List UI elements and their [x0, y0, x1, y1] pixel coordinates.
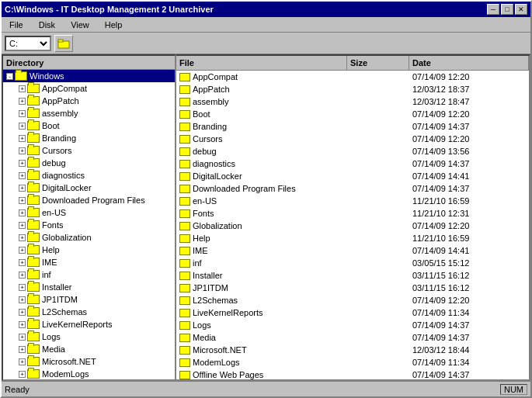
tree-expand-icon[interactable]: + [19, 172, 26, 179]
tree-item[interactable]: +DigitalLocker [3, 182, 175, 194]
file-item[interactable]: LiveKernelReports07/14/09 11:34 [176, 306, 529, 319]
tree-item[interactable]: +Help [3, 244, 175, 256]
tree-expand-icon[interactable]: + [19, 98, 26, 105]
tree-expand-icon[interactable]: + [19, 321, 26, 328]
file-item[interactable]: Boot07/14/09 12:20 [176, 108, 529, 120]
file-date: 12/03/12 18:44 [409, 345, 529, 355]
menu-file[interactable]: File [5, 19, 28, 31]
tree-expand-icon[interactable]: + [19, 197, 26, 204]
file-item[interactable]: L2Schemas07/14/09 12:20 [176, 294, 529, 306]
tree-expand-icon[interactable]: + [19, 284, 26, 291]
file-item[interactable]: debug07/14/09 13:56 [176, 145, 529, 157]
tree-item-label: IME [42, 258, 57, 267]
maximize-button[interactable]: □ [501, 4, 513, 15]
file-item[interactable]: JP1ITDM03/11/15 16:12 [176, 282, 529, 294]
tree-expand-icon[interactable]: + [19, 371, 26, 378]
file-item[interactable]: AppPatch12/03/12 18:37 [176, 83, 529, 95]
browse-button[interactable] [54, 35, 73, 52]
tree-expand-icon[interactable]: + [19, 358, 26, 365]
tree-item[interactable]: +ModemLogs [3, 368, 175, 379]
tree-item[interactable]: +assembly [3, 107, 175, 119]
col-header-size: Size [347, 56, 409, 70]
file-item[interactable]: DigitalLocker07/14/09 14:41 [176, 170, 529, 182]
tree-item[interactable]: +LiveKernelReports [3, 318, 175, 331]
file-date: 03/11/15 16:12 [409, 271, 529, 280]
file-name: Logs [176, 320, 347, 330]
tree-item[interactable]: -Windows [3, 70, 175, 82]
minimize-button[interactable]: ─ [487, 4, 499, 15]
file-panel: File Size Date AppCompat07/14/09 12:20Ap… [176, 54, 530, 381]
tree-item[interactable]: +Fonts [3, 219, 175, 231]
folder-icon [27, 220, 40, 230]
drive-select[interactable]: C: D: E: [5, 36, 51, 51]
file-item[interactable]: inf03/05/15 15:12 [176, 257, 529, 269]
menu-help[interactable]: Help [100, 19, 127, 31]
tree-expand-icon[interactable]: + [19, 334, 26, 341]
tree-expand-icon[interactable]: + [19, 135, 26, 142]
tree-expand-icon[interactable]: + [19, 222, 26, 229]
file-item[interactable]: Media07/14/09 14:37 [176, 331, 529, 344]
tree-expand-icon[interactable]: + [19, 346, 26, 353]
folder-icon [27, 369, 40, 379]
tree-item[interactable]: +inf [3, 268, 175, 281]
tree-item[interactable]: +AppCompat [3, 82, 175, 95]
tree-expand-icon[interactable]: + [19, 123, 26, 130]
tree-item-label: Media [42, 344, 65, 354]
tree-item[interactable]: +Downloaded Program Files [3, 194, 175, 206]
tree-item[interactable]: +IME [3, 256, 175, 268]
file-item[interactable]: Downloaded Program Files07/14/09 14:37 [176, 182, 529, 195]
menu-view[interactable]: View [66, 19, 94, 31]
tree-expand-icon[interactable]: - [6, 73, 13, 80]
tree-item[interactable]: +debug [3, 157, 175, 169]
tree-expand-icon[interactable]: + [19, 296, 26, 303]
tree-expand-icon[interactable]: + [19, 160, 26, 167]
file-item[interactable]: diagnostics07/14/09 14:37 [176, 157, 529, 170]
file-item[interactable]: Help11/21/10 16:59 [176, 232, 529, 244]
title-bar-buttons: ─ □ ✕ [487, 4, 527, 15]
tree-item[interactable]: +Media [3, 343, 175, 355]
tree-item[interactable]: +AppPatch [3, 95, 175, 107]
tree-container[interactable]: -Windows+AppCompat+AppPatch+assembly+Boo… [3, 70, 175, 379]
file-folder-icon [179, 135, 190, 144]
file-item[interactable]: Installer03/11/15 16:12 [176, 269, 529, 282]
tree-expand-icon[interactable]: + [19, 259, 26, 266]
tree-expand-icon[interactable]: + [19, 85, 26, 92]
tree-expand-icon[interactable]: + [19, 147, 26, 154]
tree-item[interactable]: +en-US [3, 206, 175, 219]
tree-item[interactable]: +L2Schemas [3, 306, 175, 318]
tree-expand-icon[interactable]: + [19, 110, 26, 117]
tree-item[interactable]: +Branding [3, 132, 175, 144]
tree-item[interactable]: +Logs [3, 331, 175, 343]
file-item[interactable]: IME07/14/09 14:41 [176, 244, 529, 257]
file-item[interactable]: Microsoft.NET12/03/12 18:44 [176, 344, 529, 356]
file-item[interactable]: Branding07/14/09 14:37 [176, 120, 529, 133]
tree-item[interactable]: +Boot [3, 119, 175, 132]
tree-item[interactable]: +diagnostics [3, 169, 175, 182]
tree-expand-icon[interactable]: + [19, 247, 26, 254]
tree-item[interactable]: +Globalization [3, 231, 175, 244]
file-item[interactable]: Logs07/14/09 14:37 [176, 319, 529, 331]
file-item[interactable]: ModemLogs07/14/09 11:34 [176, 356, 529, 369]
tree-expand-icon[interactable]: + [19, 209, 26, 216]
close-button[interactable]: ✕ [515, 4, 527, 15]
file-item[interactable]: Offline Web Pages07/14/09 14:37 [176, 369, 529, 379]
file-item[interactable]: assembly12/03/12 18:47 [176, 95, 529, 108]
tree-item[interactable]: +JP1ITDM [3, 293, 175, 306]
file-item[interactable]: en-US11/21/10 16:59 [176, 195, 529, 207]
tree-expand-icon[interactable]: + [19, 309, 26, 316]
tree-expand-icon[interactable]: + [19, 272, 26, 279]
file-container[interactable]: AppCompat07/14/09 12:20AppPatch12/03/12 … [176, 71, 529, 379]
file-item[interactable]: AppCompat07/14/09 12:20 [176, 71, 529, 83]
menu-disk[interactable]: Disk [34, 19, 60, 31]
file-date: 07/14/09 12:20 [409, 72, 529, 81]
tree-expand-icon[interactable]: + [19, 234, 26, 241]
tree-expand-icon[interactable]: + [19, 185, 26, 192]
file-folder-icon [179, 222, 190, 230]
file-item[interactable]: Fonts11/21/10 12:31 [176, 207, 529, 220]
directory-panel: Directory -Windows+AppCompat+AppPatch+as… [2, 54, 176, 381]
tree-item[interactable]: +Cursors [3, 144, 175, 157]
file-item[interactable]: Cursors07/14/09 12:20 [176, 133, 529, 145]
tree-item[interactable]: +Installer [3, 281, 175, 293]
file-item[interactable]: Globalization07/14/09 12:20 [176, 220, 529, 232]
tree-item[interactable]: +Microsoft.NET [3, 355, 175, 368]
